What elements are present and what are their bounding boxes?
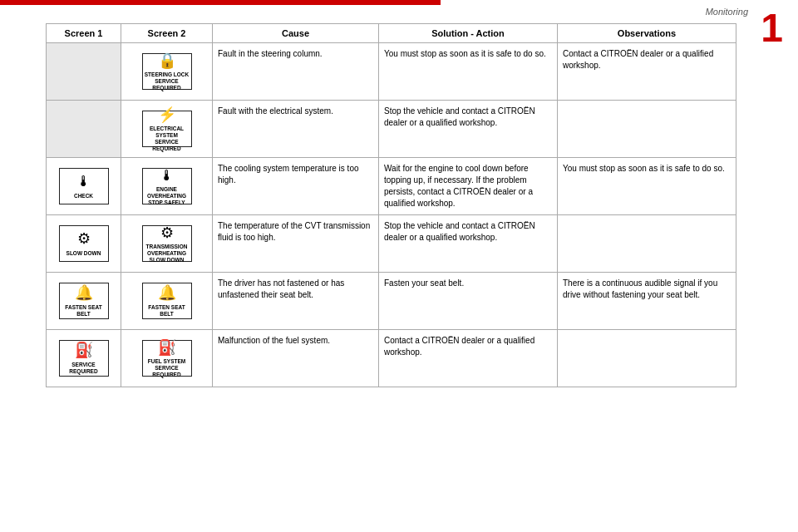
top-accent-bar: [0, 0, 441, 5]
cell-observations: [558, 330, 736, 387]
cell-observations: There is a continuous audible signal if …: [558, 273, 736, 330]
cell-observations: You must stop as soon as it is safe to d…: [558, 158, 736, 215]
cell-screen2: ⛽FUEL SYSTEMSERVICE REQUIRED: [121, 330, 213, 387]
cell-solution: Stop the vehicle and contact a CITROËN d…: [379, 215, 558, 273]
cell-observations: Contact a CITROËN dealer or a qualified …: [558, 43, 736, 101]
cell-cause: Malfunction of the fuel system.: [213, 330, 379, 387]
header-solution: Solution - Action: [379, 24, 558, 43]
table-row: ⚡ELECTRICAL SYSTEMSERVICE REQUIREDFault …: [47, 101, 736, 158]
main-table: Screen 1 Screen 2 Cause Solution - Actio…: [46, 23, 736, 387]
cell-cause: The driver has not fastened or has unfas…: [213, 273, 379, 330]
cell-solution: Wait for the engine to cool down before …: [379, 158, 558, 215]
cell-screen1: 🌡CHECK: [47, 158, 121, 215]
header-screen1: Screen 1: [47, 24, 121, 43]
header-observations: Observations: [558, 24, 736, 43]
table-row: ⛽SERVICE REQUIRED⛽FUEL SYSTEMSERVICE REQ…: [47, 330, 736, 387]
cell-screen2: 🔒STEERING LOCKSERVICE REQUIRED: [121, 43, 213, 101]
header-screen2: Screen 2: [121, 24, 213, 43]
cell-solution: You must stop as soon as it is safe to d…: [379, 43, 558, 101]
section-number: 1: [761, 8, 783, 48]
cell-screen1: [47, 101, 121, 158]
cell-screen2: ⚡ELECTRICAL SYSTEMSERVICE REQUIRED: [121, 101, 213, 158]
cell-solution: Contact a CITROËN dealer or a qualified …: [379, 330, 558, 387]
page-title: Monitoring: [706, 7, 748, 17]
cell-screen1: ⛽SERVICE REQUIRED: [47, 330, 121, 387]
cell-screen2: ⚙TRANSMISSIONOVERHEATINGSLOW DOWN: [121, 215, 213, 273]
cell-screen2: 🔔FASTEN SEAT BELT: [121, 273, 213, 330]
cell-solution: Stop the vehicle and contact a CITROËN d…: [379, 101, 558, 158]
cell-cause: The cooling system temperature is too hi…: [213, 158, 379, 215]
table-row: 🔔FASTEN SEAT BELT🔔FASTEN SEAT BELTThe dr…: [47, 273, 736, 330]
cell-cause: Fault in the steering column.: [213, 43, 379, 101]
table-row: 🌡CHECK🌡ENGINE OVERHEATINGSTOP SAFELYThe …: [47, 158, 736, 215]
cell-screen1: 🔔FASTEN SEAT BELT: [47, 273, 121, 330]
cell-screen2: 🌡ENGINE OVERHEATINGSTOP SAFELY: [121, 158, 213, 215]
cell-solution: Fasten your seat belt.: [379, 273, 558, 330]
cell-observations: [558, 215, 736, 273]
cell-cause: The temperature of the CVT transmission …: [213, 215, 379, 273]
cell-observations: [558, 101, 736, 158]
cell-screen1: ⚙SLOW DOWN: [47, 215, 121, 273]
cell-screen1: [47, 43, 121, 101]
table-row: ⚙SLOW DOWN⚙TRANSMISSIONOVERHEATINGSLOW D…: [47, 215, 736, 273]
cell-cause: Fault with the electrical system.: [213, 101, 379, 158]
table-row: 🔒STEERING LOCKSERVICE REQUIREDFault in t…: [47, 43, 736, 101]
header-cause: Cause: [213, 24, 379, 43]
